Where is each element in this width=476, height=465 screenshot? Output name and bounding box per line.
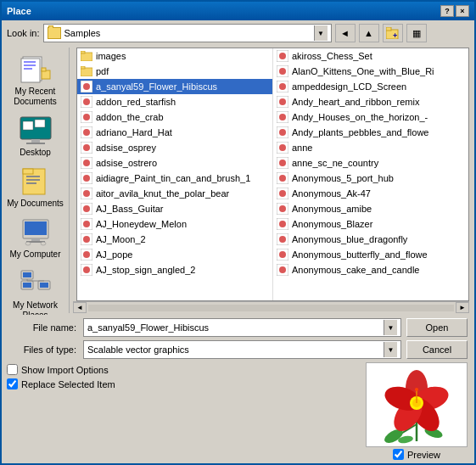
cancel-button[interactable]: Cancel	[406, 340, 468, 359]
file-item[interactable]: Anonymous_blue_dragonfly	[273, 232, 468, 247]
file-icon	[81, 142, 92, 154]
file-icon	[81, 111, 92, 123]
new-folder-button[interactable]: +	[383, 24, 403, 42]
look-in-dropdown-arrow[interactable]: ▼	[314, 25, 328, 41]
replace-selected-item-checkbox[interactable]	[7, 378, 18, 389]
file-icon	[81, 81, 92, 92]
scroll-right-button[interactable]: ►	[456, 302, 469, 313]
files-of-type-label: Files of type:	[7, 345, 83, 355]
file-icon	[81, 218, 92, 230]
file-name-text: adsise_osprey	[96, 143, 156, 153]
svg-rect-25	[25, 221, 47, 235]
svg-rect-39	[81, 53, 92, 61]
sidebar-item-my-computer[interactable]: My Computer	[5, 214, 66, 263]
file-icon	[277, 65, 288, 77]
up-button[interactable]: ▲	[359, 24, 379, 42]
file-item[interactable]: aitor_avila_knut_the_polar_bear	[77, 186, 272, 201]
file-item[interactable]: AJ_pope	[77, 247, 272, 262]
file-item[interactable]: AJ_Moon_2	[77, 232, 272, 247]
file-name-dropdown-arrow[interactable]: ▼	[384, 320, 397, 335]
file-item[interactable]: anne_sc_ne_country	[273, 155, 468, 171]
back-button[interactable]: ◄	[335, 24, 356, 42]
svg-rect-9	[24, 64, 36, 66]
file-item[interactable]: addon_red_starfish	[77, 94, 272, 109]
file-name-text: AJ_pope	[96, 249, 132, 260]
file-item[interactable]: adsise_osprey	[77, 140, 272, 155]
file-item[interactable]: Andy_Houses_on_the_horizon_-	[273, 109, 468, 125]
files-of-type-value: Scalable vector graphics	[87, 345, 189, 355]
file-name-text: Andy_heart_and_ribbon_remix	[292, 97, 419, 107]
sidebar-item-recent-documents[interactable]: My Recent Documents	[5, 51, 66, 110]
open-button[interactable]: Open	[406, 318, 468, 337]
file-name-text: adriano_Hard_Hat	[96, 127, 172, 137]
sidebar-item-label: My Computer	[9, 249, 60, 260]
svg-rect-22	[26, 179, 40, 181]
preview-box	[366, 362, 468, 447]
show-import-options-checkbox[interactable]	[7, 364, 18, 375]
sidebar-item-desktop[interactable]: Desktop	[5, 112, 66, 161]
file-icon	[81, 249, 92, 261]
file-item[interactable]: Andy_heart_and_ribbon_remix	[273, 94, 468, 109]
file-item[interactable]: images	[77, 48, 272, 64]
file-icon	[81, 264, 92, 276]
file-item[interactable]: ampeddesign_LCD_Screen	[273, 79, 468, 94]
svg-point-84	[279, 160, 286, 166]
horizontal-scrollbar[interactable]: ◄ ►	[73, 301, 469, 313]
file-name-text: anne_sc_ne_country	[292, 158, 378, 168]
file-item[interactable]: adriano_Hard_Hat	[77, 125, 272, 140]
main-content: My Recent Documents Desktop	[2, 46, 474, 315]
file-name-text: Anonymous_5_port_hub	[292, 173, 394, 183]
files-of-type-input[interactable]: Scalable vector graphics ▼	[83, 340, 401, 359]
file-item[interactable]: AJ_stop_sign_angled_2	[77, 262, 272, 277]
svg-rect-40	[81, 51, 85, 53]
file-icon	[277, 81, 288, 92]
svg-rect-21	[26, 176, 40, 177]
file-name-label: File name:	[7, 322, 83, 333]
file-item[interactable]: akiross_Chess_Set	[273, 48, 468, 64]
file-item[interactable]: Andy_plants_pebbles_and_flowe	[273, 125, 468, 140]
file-name-text: AJ_stop_sign_angled_2	[96, 265, 195, 275]
file-item[interactable]: Anonymous_Blazer	[273, 216, 468, 232]
show-import-options-row: Show Import Options	[7, 364, 115, 375]
svg-point-68	[83, 266, 90, 273]
svg-point-44	[83, 83, 90, 90]
file-item[interactable]: pdf	[77, 64, 272, 79]
file-item[interactable]: Anonymous_Ak-47	[273, 186, 468, 201]
help-button[interactable]: ?	[440, 5, 454, 17]
file-item[interactable]: addon_the_crab	[77, 109, 272, 125]
file-item[interactable]: a_sanyal59_Flower_Hibiscus	[77, 79, 272, 94]
look-in-label: Look in:	[7, 28, 40, 38]
file-item[interactable]: Anonymous_cake_and_candle	[273, 262, 468, 277]
file-item[interactable]: Anonymous_amibe	[273, 201, 468, 216]
file-item[interactable]: AlanO_Kittens_One_with_Blue_Ri	[273, 64, 468, 79]
my-computer-icon	[19, 217, 53, 248]
file-name-text: anne	[292, 143, 312, 153]
folder-icon	[81, 65, 92, 77]
file-icon	[277, 233, 288, 245]
file-icon	[277, 188, 288, 199]
file-item[interactable]: AJ_Honeydew_Melon	[77, 216, 272, 232]
look-in-combo[interactable]: Samples ▼	[43, 24, 332, 42]
files-of-type-dropdown-arrow[interactable]: ▼	[384, 342, 397, 357]
toolbar: Look in: Samples ▼ ◄ ▲ + ▦	[2, 20, 474, 46]
sidebar-item-network-places[interactable]: My Network Places	[5, 265, 66, 315]
file-item[interactable]: AJ_Bass_Guitar	[77, 201, 272, 216]
sidebar-item-my-documents[interactable]: My Documents	[5, 163, 66, 212]
replace-selected-item-row: Replace Selected Item	[7, 378, 115, 389]
svg-point-80	[279, 129, 286, 136]
file-list: imagespdfa_sanyal59_Flower_Hibiscusaddon…	[76, 48, 469, 301]
scroll-left-button[interactable]: ◄	[73, 302, 87, 313]
file-name-text: ampeddesign_LCD_Screen	[292, 81, 406, 92]
close-button[interactable]: ×	[456, 5, 469, 17]
file-name-input[interactable]: a_sanyal59_Flower_Hibiscus ▼	[83, 318, 401, 337]
file-item[interactable]: adsise_ostrero	[77, 155, 272, 171]
file-item[interactable]: anne	[273, 140, 468, 155]
file-item[interactable]: Anonymous_5_port_hub	[273, 171, 468, 186]
file-item[interactable]: Anonymous_butterfly_and_flowe	[273, 247, 468, 262]
svg-rect-8	[24, 61, 36, 63]
view-button[interactable]: ▦	[406, 24, 427, 42]
preview-checkbox[interactable]	[393, 449, 404, 460]
window-title: Place	[7, 6, 31, 16]
file-item[interactable]: aidiagre_Paint_tin_can_and_brush_1	[77, 171, 272, 186]
bottom-controls: File name: a_sanyal59_Flower_Hibiscus ▼ …	[2, 315, 474, 463]
